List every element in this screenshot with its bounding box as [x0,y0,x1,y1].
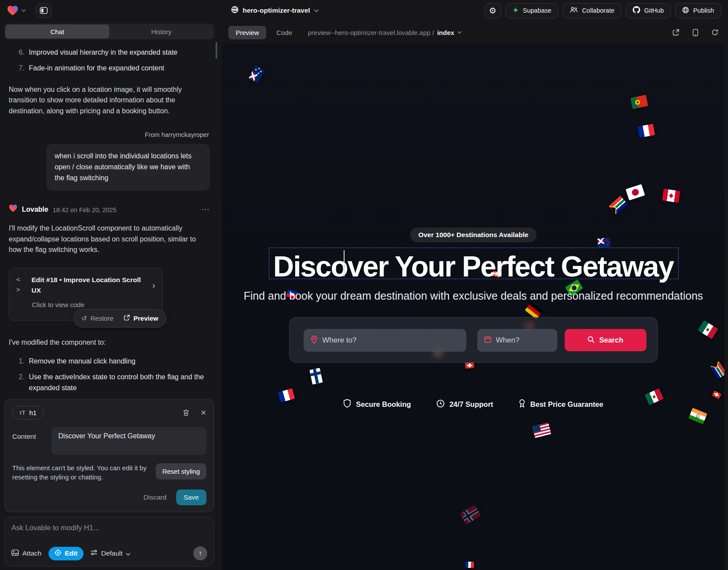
supabase-button[interactable]: Supabase [505,3,558,18]
hero-title[interactable]: Discover Your Perfect Getaway [222,250,725,283]
message-timestamp: 18:42 on Feb 20, 2025 [52,205,116,215]
collaborate-button[interactable]: Collaborate [563,3,621,18]
preview-toolbar: Preview Code preview--hero-optimizer-tra… [219,21,728,44]
preview-label: Preview [133,313,158,323]
element-tag-name: h1 [29,409,37,416]
tab-history[interactable]: History [109,24,213,38]
list-item: 1. Remove the manual click handling [16,356,210,367]
supabase-bolt-icon [512,7,519,15]
prompt-input[interactable] [11,524,207,535]
edit-version-card[interactable]: < > Edit #18 • Improve Location Scroll U… [9,268,163,321]
external-link-icon [124,313,130,323]
message-more-icon[interactable]: ⋯ [202,204,210,216]
tab-code[interactable]: Code [274,26,295,39]
flag-mx-icon [698,320,718,339]
search-label: Search [599,336,623,344]
mobile-view-button[interactable] [693,29,698,36]
content-label: Content [12,427,36,455]
close-panel-button[interactable]: ✕ [201,409,206,417]
prompt-box: Attach Edit Default [4,517,214,567]
list-text: Automatically expand/collapse locations … [29,399,210,399]
search-button[interactable]: Search [564,329,646,351]
content-textarea[interactable]: Discover Your Perfect Getaway [52,427,206,455]
list-text: Remove the manual click handling [29,356,136,367]
calendar-icon [484,336,491,345]
mode-selector[interactable]: Default [91,549,130,557]
user-message-bubble: when i scroll into the individual locati… [46,144,210,190]
tab-preview[interactable]: Preview [228,26,266,39]
open-in-new-tab-button[interactable] [672,29,679,36]
delete-element-button[interactable] [183,409,189,416]
destination-input[interactable] [322,336,459,345]
date-field[interactable] [477,329,557,352]
feature-best-price: Best Price Guarantee [519,399,603,409]
falling-flags-layer [222,44,725,570]
search-icon [587,336,594,345]
tab-chat[interactable]: Chat [5,24,109,38]
preview-iframe[interactable]: Over 1000+ Destinations Available Discov… [222,44,725,570]
publish-button[interactable]: Publish [675,3,721,18]
flag-nz-icon [597,237,611,248]
element-tag-pill[interactable]: тT h1 [12,406,44,420]
search-panel: Search [289,317,658,363]
assistant-paragraph: I've modified the component to: [9,337,210,348]
save-button[interactable]: Save [176,490,206,505]
award-icon [519,399,526,409]
sidebar-toggle-button[interactable] [36,3,52,18]
list-number: 7. [16,63,24,74]
sidebar-tabs: Chat History [4,24,214,39]
flag-in-icon [688,408,707,424]
list-item: 3. Automatically expand/collapse locatio… [16,399,210,399]
assistant-name: Lovable [22,204,48,215]
reset-styling-button[interactable]: Reset styling [156,463,206,479]
flag-au-icon [248,65,265,83]
flag-ca-icon [662,189,680,203]
github-icon [633,6,640,15]
flag-no-icon [460,505,481,525]
discard-button[interactable]: Discard [143,493,167,501]
preview-version-button[interactable]: Preview [118,311,164,325]
flag-fr-icon [465,562,474,568]
target-icon [55,549,61,558]
refresh-button[interactable] [711,29,718,36]
attach-label: Attach [22,549,42,557]
settings-button[interactable]: ⚙ [484,3,501,18]
list-text: Improved visual hierarchy in the expande… [29,47,178,58]
attach-button[interactable]: Attach [11,549,42,558]
restore-button[interactable]: ↺ Restore [76,311,118,325]
image-icon [11,549,19,558]
list-text: Fade-in animation for the expanded conte… [29,63,164,74]
lovable-logo-heart-icon[interactable] [7,5,18,16]
publish-globe-icon [682,7,689,15]
list-text: Use the activeIndex state to control bot… [29,372,210,394]
element-editor-panel: тT h1 ✕ Content Discover Your Perfect Ge… [4,399,214,513]
chat-sidebar: Chat History 6. Improved visual hierarch… [0,21,219,570]
supabase-label: Supabase [523,7,551,14]
edit-card-subtitle: Click to view code [32,300,155,310]
user-attribution: From harrymckayroper [10,130,209,140]
restore-icon: ↺ [81,313,87,323]
hero-subtitle: Find and book your dream destination wit… [222,290,725,302]
date-input[interactable] [496,336,550,345]
project-globe-icon [231,6,239,15]
destination-field[interactable] [303,329,466,352]
topbar: hero-optimizer-travel ⚙ Supabase Collabo… [0,0,728,21]
location-pin-icon [310,336,317,346]
send-button[interactable]: ↑ [193,546,207,560]
project-switcher[interactable]: hero-optimizer-travel [231,6,319,15]
assistant-message-header: Lovable 18:42 on Feb 20, 2025 ⋯ [9,204,210,216]
mode-label: Default [101,549,122,557]
logo-chevron-down-icon[interactable] [21,9,26,12]
edit-mode-button[interactable]: Edit [49,547,84,560]
github-button[interactable]: GitHub [626,3,671,18]
preview-url[interactable]: preview--hero-optimizer-travel.lovable.a… [308,29,462,36]
url-page: index [437,29,454,36]
trust-features: Secure Booking 24/7 Support Best Price G… [222,399,725,409]
code-icon: < > [16,275,26,296]
chat-scroll-area[interactable]: 6. Improved visual hierarchy in the expa… [0,39,219,399]
chevron-down-icon [126,549,130,557]
flag-jp-icon [626,184,645,200]
scrollbar-thumb[interactable] [216,42,217,59]
styling-note: This element can't be styled. You can ed… [12,463,149,483]
type-icon: тT [19,409,25,416]
